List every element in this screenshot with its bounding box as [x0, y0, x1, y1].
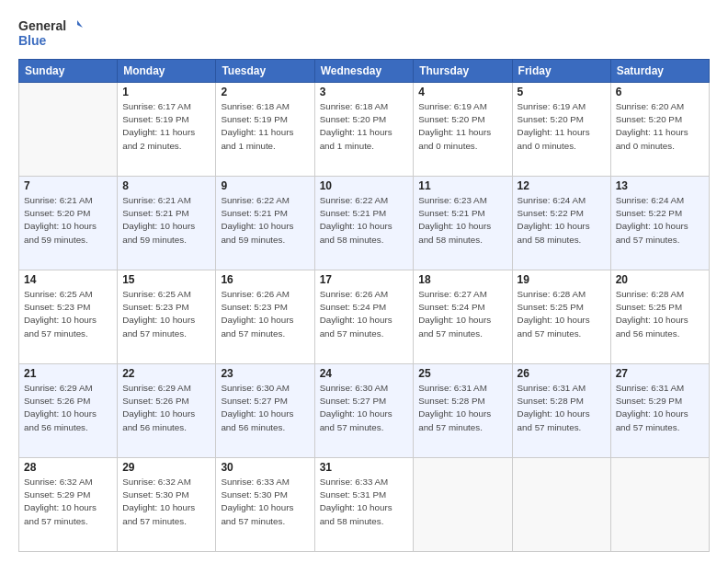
day-info: Sunrise: 6:28 AM Sunset: 5:25 PM Dayligh… — [518, 288, 606, 340]
day-info: Sunrise: 6:22 AM Sunset: 5:21 PM Dayligh… — [221, 194, 309, 247]
calendar-cell: 4Sunrise: 6:19 AM Sunset: 5:20 PM Daylig… — [414, 83, 512, 177]
day-info: Sunrise: 6:21 AM Sunset: 5:20 PM Dayligh… — [24, 194, 112, 247]
day-info: Sunrise: 6:30 AM Sunset: 5:27 PM Dayligh… — [221, 382, 309, 434]
day-info: Sunrise: 6:17 AM Sunset: 5:19 PM Dayligh… — [122, 100, 210, 153]
day-number: 22 — [122, 367, 210, 380]
calendar-cell: 31Sunrise: 6:33 AM Sunset: 5:31 PM Dayli… — [314, 458, 414, 552]
calendar-table: SundayMondayTuesdayWednesdayThursdayFrid… — [18, 59, 710, 552]
day-number: 3 — [320, 86, 409, 98]
calendar-cell — [19, 83, 118, 177]
day-number: 13 — [616, 179, 704, 192]
page-header: General Blue — [18, 15, 710, 52]
day-info: Sunrise: 6:28 AM Sunset: 5:25 PM Dayligh… — [616, 288, 704, 340]
calendar-cell: 3Sunrise: 6:18 AM Sunset: 5:20 PM Daylig… — [314, 83, 414, 177]
svg-text:General: General — [18, 18, 66, 33]
day-number: 31 — [320, 461, 409, 474]
day-number: 10 — [320, 179, 409, 192]
day-info: Sunrise: 6:23 AM Sunset: 5:21 PM Dayligh… — [418, 194, 506, 247]
day-number: 1 — [122, 86, 210, 98]
day-number: 25 — [418, 367, 506, 380]
day-info: Sunrise: 6:31 AM Sunset: 5:28 PM Dayligh… — [418, 382, 506, 434]
day-number: 26 — [518, 367, 606, 380]
calendar-cell: 16Sunrise: 6:26 AM Sunset: 5:23 PM Dayli… — [216, 270, 314, 364]
day-number: 19 — [518, 273, 606, 286]
calendar-cell: 9Sunrise: 6:22 AM Sunset: 5:21 PM Daylig… — [216, 177, 314, 270]
day-number: 7 — [24, 179, 112, 192]
day-info: Sunrise: 6:29 AM Sunset: 5:26 PM Dayligh… — [24, 382, 112, 434]
calendar-cell: 5Sunrise: 6:19 AM Sunset: 5:20 PM Daylig… — [512, 83, 610, 177]
day-number: 21 — [24, 367, 112, 380]
day-info: Sunrise: 6:33 AM Sunset: 5:31 PM Dayligh… — [320, 476, 409, 528]
day-info: Sunrise: 6:26 AM Sunset: 5:24 PM Dayligh… — [320, 288, 409, 340]
day-number: 4 — [418, 86, 506, 98]
day-info: Sunrise: 6:24 AM Sunset: 5:22 PM Dayligh… — [518, 194, 606, 247]
calendar-cell: 18Sunrise: 6:27 AM Sunset: 5:24 PM Dayli… — [414, 270, 512, 364]
day-info: Sunrise: 6:22 AM Sunset: 5:21 PM Dayligh… — [320, 194, 409, 247]
day-info: Sunrise: 6:30 AM Sunset: 5:27 PM Dayligh… — [320, 382, 409, 434]
col-header-monday: Monday — [118, 60, 216, 83]
day-info: Sunrise: 6:20 AM Sunset: 5:20 PM Dayligh… — [616, 100, 704, 153]
col-header-saturday: Saturday — [610, 60, 709, 83]
day-number: 11 — [418, 179, 506, 192]
calendar-cell: 26Sunrise: 6:31 AM Sunset: 5:28 PM Dayli… — [512, 364, 610, 458]
calendar-cell: 24Sunrise: 6:30 AM Sunset: 5:27 PM Dayli… — [314, 364, 414, 458]
calendar-cell: 25Sunrise: 6:31 AM Sunset: 5:28 PM Dayli… — [414, 364, 512, 458]
day-number: 12 — [518, 179, 606, 192]
day-info: Sunrise: 6:31 AM Sunset: 5:29 PM Dayligh… — [616, 382, 704, 434]
calendar-cell: 11Sunrise: 6:23 AM Sunset: 5:21 PM Dayli… — [414, 177, 512, 270]
svg-marker-2 — [77, 20, 83, 28]
calendar-cell: 6Sunrise: 6:20 AM Sunset: 5:20 PM Daylig… — [610, 83, 709, 177]
calendar-cell: 23Sunrise: 6:30 AM Sunset: 5:27 PM Dayli… — [216, 364, 314, 458]
calendar-cell — [610, 458, 709, 552]
calendar-cell: 27Sunrise: 6:31 AM Sunset: 5:29 PM Dayli… — [610, 364, 709, 458]
day-number: 17 — [320, 273, 409, 286]
calendar-cell: 21Sunrise: 6:29 AM Sunset: 5:26 PM Dayli… — [19, 364, 118, 458]
col-header-friday: Friday — [512, 60, 610, 83]
day-info: Sunrise: 6:32 AM Sunset: 5:29 PM Dayligh… — [24, 476, 112, 528]
day-info: Sunrise: 6:29 AM Sunset: 5:26 PM Dayligh… — [122, 382, 210, 434]
day-number: 23 — [221, 367, 309, 380]
logo: General Blue — [18, 15, 83, 52]
day-number: 29 — [122, 461, 210, 474]
day-number: 5 — [518, 86, 606, 98]
day-number: 8 — [122, 179, 210, 192]
day-info: Sunrise: 6:27 AM Sunset: 5:24 PM Dayligh… — [418, 288, 506, 340]
calendar-cell — [414, 458, 512, 552]
calendar-cell — [512, 458, 610, 552]
day-info: Sunrise: 6:24 AM Sunset: 5:22 PM Dayligh… — [616, 194, 704, 247]
day-number: 15 — [122, 273, 210, 286]
day-info: Sunrise: 6:32 AM Sunset: 5:30 PM Dayligh… — [122, 476, 210, 528]
day-info: Sunrise: 6:26 AM Sunset: 5:23 PM Dayligh… — [221, 288, 309, 340]
logo-svg: General Blue — [18, 15, 83, 52]
day-number: 6 — [616, 86, 704, 98]
calendar-cell: 1Sunrise: 6:17 AM Sunset: 5:19 PM Daylig… — [118, 83, 216, 177]
day-number: 30 — [221, 461, 309, 474]
calendar-cell: 22Sunrise: 6:29 AM Sunset: 5:26 PM Dayli… — [118, 364, 216, 458]
day-info: Sunrise: 6:25 AM Sunset: 5:23 PM Dayligh… — [122, 288, 210, 340]
col-header-tuesday: Tuesday — [216, 60, 314, 83]
calendar-cell: 17Sunrise: 6:26 AM Sunset: 5:24 PM Dayli… — [314, 270, 414, 364]
day-number: 9 — [221, 179, 309, 192]
day-info: Sunrise: 6:33 AM Sunset: 5:30 PM Dayligh… — [221, 476, 309, 528]
calendar-cell: 14Sunrise: 6:25 AM Sunset: 5:23 PM Dayli… — [19, 270, 118, 364]
day-info: Sunrise: 6:21 AM Sunset: 5:21 PM Dayligh… — [122, 194, 210, 247]
calendar-cell: 29Sunrise: 6:32 AM Sunset: 5:30 PM Dayli… — [118, 458, 216, 552]
day-number: 27 — [616, 367, 704, 380]
calendar-cell: 19Sunrise: 6:28 AM Sunset: 5:25 PM Dayli… — [512, 270, 610, 364]
day-number: 18 — [418, 273, 506, 286]
calendar-cell: 10Sunrise: 6:22 AM Sunset: 5:21 PM Dayli… — [314, 177, 414, 270]
day-info: Sunrise: 6:31 AM Sunset: 5:28 PM Dayligh… — [518, 382, 606, 434]
calendar-cell: 2Sunrise: 6:18 AM Sunset: 5:19 PM Daylig… — [216, 83, 314, 177]
day-number: 28 — [24, 461, 112, 474]
calendar-cell: 30Sunrise: 6:33 AM Sunset: 5:30 PM Dayli… — [216, 458, 314, 552]
calendar-cell: 13Sunrise: 6:24 AM Sunset: 5:22 PM Dayli… — [610, 177, 709, 270]
col-header-thursday: Thursday — [414, 60, 512, 83]
day-info: Sunrise: 6:25 AM Sunset: 5:23 PM Dayligh… — [24, 288, 112, 340]
day-info: Sunrise: 6:18 AM Sunset: 5:19 PM Dayligh… — [221, 100, 309, 153]
calendar-cell: 7Sunrise: 6:21 AM Sunset: 5:20 PM Daylig… — [19, 177, 118, 270]
svg-text:Blue: Blue — [18, 33, 47, 48]
col-header-sunday: Sunday — [19, 60, 118, 83]
day-number: 2 — [221, 86, 309, 98]
col-header-wednesday: Wednesday — [314, 60, 414, 83]
calendar-cell: 8Sunrise: 6:21 AM Sunset: 5:21 PM Daylig… — [118, 177, 216, 270]
